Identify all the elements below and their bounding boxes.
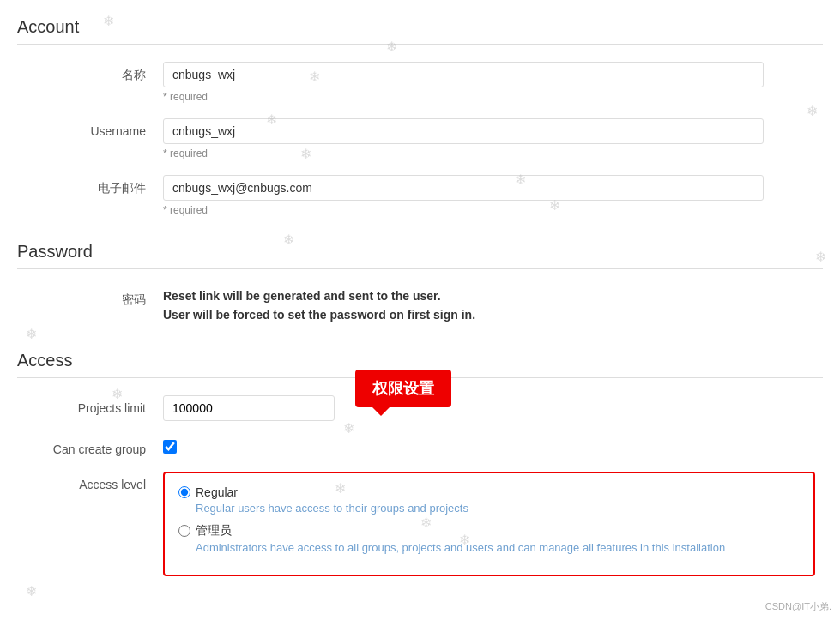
- access-level-box: Regular Regular users have access to the…: [163, 472, 815, 576]
- password-info-line2: User will be forced to set the password …: [163, 305, 823, 324]
- projects-limit-input[interactable]: [163, 395, 335, 421]
- can-create-group-group: Can create group: [17, 436, 823, 456]
- access-level-content: Regular Regular users have access to the…: [163, 472, 823, 576]
- radio-regular-text: Regular: [196, 485, 238, 499]
- password-label: 密码: [51, 286, 163, 308]
- email-label: 电子邮件: [51, 175, 163, 196]
- name-required: * required: [163, 91, 823, 103]
- name-label: 名称: [51, 62, 163, 83]
- name-input[interactable]: [163, 62, 764, 87]
- snowflake-deco: ❄: [26, 326, 37, 342]
- email-field-content: * required: [163, 175, 823, 216]
- radio-regular-description: Regular users have access to their group…: [196, 502, 800, 515]
- email-field-group: 电子邮件 * required: [17, 175, 823, 216]
- radio-option-regular: Regular Regular users have access to the…: [178, 485, 800, 515]
- tooltip-box: 权限设置: [355, 370, 451, 407]
- radio-option-admin: 管理员 Administrators have access to all gr…: [178, 523, 800, 554]
- username-input[interactable]: [163, 118, 764, 144]
- email-input[interactable]: [163, 175, 764, 201]
- password-field-group: 密码 Reset link will be generated and sent…: [17, 286, 823, 325]
- projects-limit-group: Projects limit 权限设置: [17, 395, 823, 421]
- radio-admin-description: Administrators have access to all groups…: [196, 541, 800, 554]
- radio-regular[interactable]: [178, 486, 190, 498]
- can-create-group-label: Can create group: [51, 436, 163, 456]
- radio-label-admin[interactable]: 管理员: [178, 523, 800, 539]
- email-required: * required: [163, 204, 823, 216]
- radio-admin[interactable]: [178, 525, 190, 537]
- snowflake-deco: ❄: [807, 103, 818, 119]
- page-container: ❄ ❄ ❄ ❄ ❄ ❄ ❄ ❄ ❄ ❄ ❄ ❄ ❄ ❄ ❄ ❄ ❄ Accoun…: [0, 0, 840, 617]
- username-required: * required: [163, 147, 823, 159]
- password-section-title: Password: [17, 242, 823, 269]
- radio-admin-text: 管理员: [196, 523, 232, 539]
- projects-limit-content: 权限设置: [163, 395, 823, 421]
- access-level-label: Access level: [51, 472, 163, 491]
- password-info-line1: Reset link will be generated and sent to…: [163, 286, 823, 305]
- can-create-group-content: [163, 436, 823, 456]
- radio-label-regular[interactable]: Regular: [178, 485, 800, 499]
- snowflake-deco: ❄: [26, 583, 37, 599]
- name-field-content: * required: [163, 62, 823, 103]
- watermark: CSDN@IT小弟.: [765, 600, 831, 613]
- name-field-group: 名称 * required: [17, 62, 823, 103]
- account-section-title: Account: [17, 17, 823, 45]
- password-field-content: Reset link will be generated and sent to…: [163, 286, 823, 325]
- username-field-content: * required: [163, 118, 823, 159]
- access-level-row: Access level Regular Regular users have …: [17, 472, 823, 576]
- snowflake-deco: ❄: [343, 420, 354, 436]
- username-field-group: Username * required: [17, 118, 823, 159]
- projects-limit-label: Projects limit: [51, 395, 163, 415]
- password-info: Reset link will be generated and sent to…: [163, 286, 823, 325]
- username-label: Username: [51, 118, 163, 138]
- can-create-group-checkbox[interactable]: [163, 440, 177, 454]
